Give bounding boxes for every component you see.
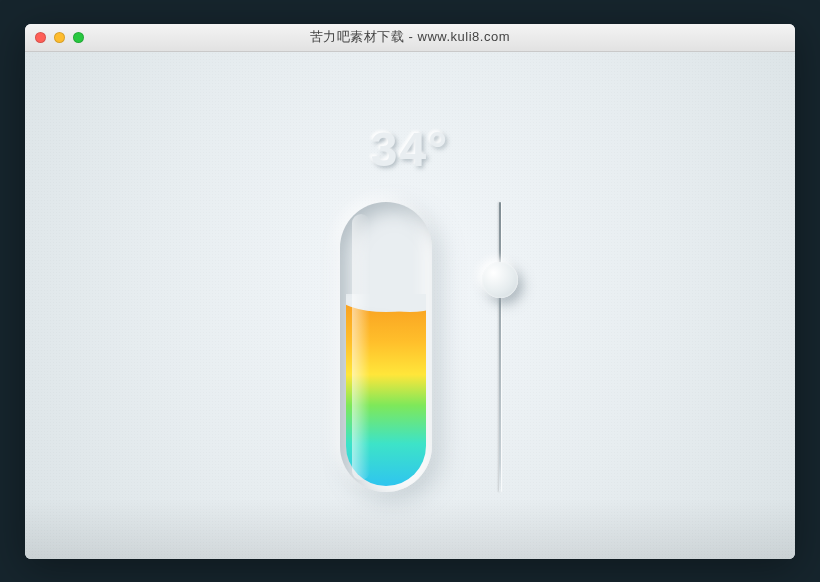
window-title: 苦力吧素材下载 - www.kuli8.com xyxy=(25,28,795,46)
close-icon[interactable] xyxy=(35,32,46,43)
thermometer xyxy=(340,202,432,492)
zoom-icon[interactable] xyxy=(73,32,84,43)
slider-track[interactable] xyxy=(499,202,501,492)
temperature-slider[interactable] xyxy=(480,202,520,492)
minimize-icon[interactable] xyxy=(54,32,65,43)
slider-knob[interactable] xyxy=(482,262,518,298)
traffic-lights xyxy=(35,32,84,43)
canvas: 34° xyxy=(25,52,795,559)
titlebar[interactable]: 苦力吧素材下载 - www.kuli8.com xyxy=(25,24,795,52)
app-window: 苦力吧素材下载 - www.kuli8.com 34° xyxy=(25,24,795,559)
temperature-readout: 34° xyxy=(371,122,450,177)
glass-shine-icon xyxy=(352,214,370,480)
thermometer-tube xyxy=(340,202,432,492)
